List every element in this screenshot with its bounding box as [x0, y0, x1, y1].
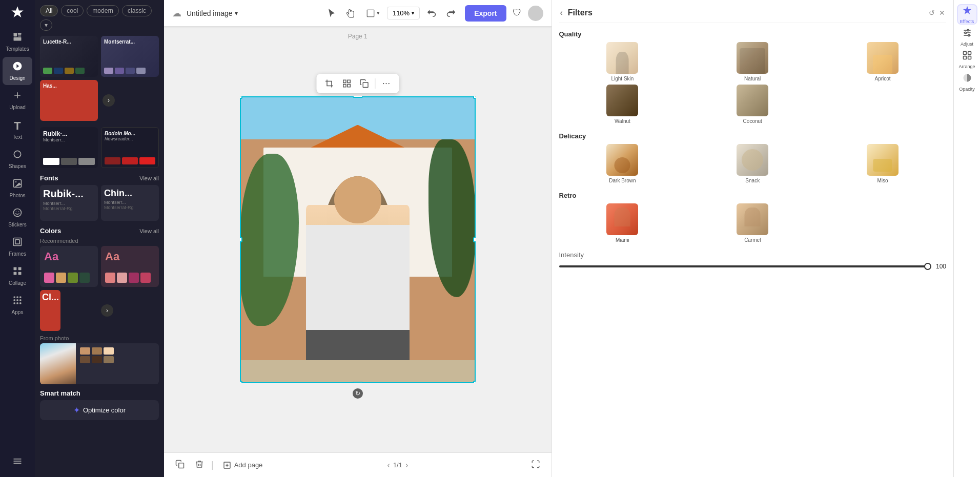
file-title[interactable]: Untitled image ▾	[187, 9, 238, 17]
sidebar-item-extra[interactable]	[3, 452, 32, 473]
intensity-slider[interactable]	[559, 265, 928, 267]
template-card-montserrat[interactable]: Montserrat...	[101, 36, 159, 77]
tag-classic[interactable]: classic	[122, 5, 152, 16]
divider: |	[211, 460, 214, 470]
toolbar-right: Export 🛡	[465, 5, 543, 22]
sidebar-item-shapes[interactable]: Shapes	[3, 145, 32, 173]
tag-all[interactable]: All	[40, 5, 58, 16]
photo-palette-card[interactable]	[40, 343, 159, 384]
opacity-btn[interactable]: Opacity	[957, 72, 977, 92]
next-page-btn[interactable]: ›	[405, 461, 408, 470]
svg-rect-12	[14, 267, 17, 271]
intensity-thumb[interactable]	[924, 263, 931, 270]
font-grid: Rubik-... Montserr... Montserrat-Rg Chin…	[40, 185, 159, 221]
handle-bc[interactable]	[353, 382, 363, 383]
export-btn[interactable]: Export	[465, 5, 506, 22]
filter-item-miso[interactable]: Miso	[819, 144, 946, 183]
frame-tool-btn[interactable]: ▾	[363, 6, 383, 21]
colors-view-all[interactable]: View all	[139, 228, 159, 234]
select-tool-btn[interactable]	[324, 6, 339, 21]
svg-rect-30	[348, 80, 350, 82]
filter-item-walnut[interactable]: Walnut	[559, 85, 686, 124]
svg-point-44	[968, 34, 969, 36]
photo-swatch	[92, 356, 102, 363]
design-icon	[12, 61, 23, 74]
svg-point-7	[14, 209, 22, 217]
app-logo[interactable]	[9, 4, 26, 20]
palette-nav-btn[interactable]: ›	[101, 304, 113, 317]
undo-btn[interactable]	[424, 6, 439, 21]
duplicate-page-btn[interactable]	[172, 457, 188, 474]
tag-more-btn[interactable]: ▾	[40, 19, 52, 31]
adjust-btn[interactable]: Adjust	[957, 27, 977, 47]
add-page-btn[interactable]: Add page	[218, 458, 268, 472]
template-card-bodoin[interactable]: Bodoin Mo... Newsreader...	[101, 127, 159, 168]
optimize-color-btn[interactable]: ✦ Optimize color	[40, 400, 159, 420]
handle-br[interactable]	[473, 381, 476, 383]
rotate-handle[interactable]: ↻	[353, 388, 363, 399]
sidebar-item-upload[interactable]: Upload	[3, 86, 32, 114]
sidebar-item-text[interactable]: T Text	[3, 115, 32, 144]
svg-point-4	[14, 151, 21, 157]
filters-reset-btn[interactable]: ↺	[928, 8, 936, 18]
palette-card-2[interactable]: Aa	[101, 246, 159, 287]
filter-label-light-skin: Light Skin	[611, 76, 634, 81]
sidebar-item-templates[interactable]: Templates	[3, 28, 32, 56]
sidebar-item-photos[interactable]: Photos	[3, 174, 32, 202]
hand-tool-btn[interactable]	[343, 6, 359, 21]
filter-item-snack[interactable]: Snack	[689, 144, 816, 183]
more-btn[interactable]	[379, 77, 393, 90]
user-avatar[interactable]	[528, 6, 543, 21]
font-card-rubik[interactable]: Rubik-... Montserr... Montserrat-Rg	[40, 185, 98, 221]
frames-icon	[12, 237, 23, 250]
filter-item-carmel[interactable]: Carmel	[689, 203, 816, 243]
intensity-row: 100	[559, 263, 947, 270]
arrange-icon	[962, 50, 972, 63]
sidebar-item-apps[interactable]: Apps	[3, 291, 32, 319]
grid-btn[interactable]	[340, 77, 353, 90]
template-card-has[interactable]: Has...	[40, 80, 98, 121]
palette-card-1[interactable]: Aa	[40, 246, 98, 287]
handle-ml[interactable]	[240, 237, 242, 242]
filter-item-miami[interactable]: Miami	[559, 203, 686, 243]
sidebar-item-frames[interactable]: Frames	[3, 233, 32, 261]
handle-tl[interactable]	[240, 96, 242, 99]
template-grid-nav[interactable]: ›	[103, 94, 115, 107]
svg-rect-17	[16, 297, 18, 298]
delete-page-btn[interactable]	[192, 457, 207, 474]
sidebar-item-collage[interactable]: Collage	[3, 262, 32, 290]
filter-item-coconut[interactable]: Coconut	[689, 85, 816, 124]
template-card-rubik[interactable]: Rubik-... Montserr...	[40, 127, 98, 168]
sidebar-item-stickers[interactable]: Stickers	[3, 203, 32, 232]
filter-item-natural[interactable]: Natural	[689, 42, 816, 81]
filters-back-btn[interactable]: ‹	[559, 7, 564, 18]
handle-tc[interactable]	[353, 96, 363, 98]
copy-btn[interactable]	[357, 77, 371, 90]
fonts-view-all[interactable]: View all	[139, 175, 159, 181]
svg-rect-3	[14, 37, 22, 41]
shield-btn[interactable]: 🛡	[511, 6, 524, 20]
prev-page-btn[interactable]: ‹	[387, 461, 390, 470]
handle-bl[interactable]	[240, 381, 242, 383]
crop-btn[interactable]	[322, 77, 336, 90]
fullscreen-btn[interactable]	[528, 457, 543, 474]
tag-modern[interactable]: modern	[87, 5, 119, 16]
tag-cool[interactable]: cool	[61, 5, 84, 16]
canvas-frame[interactable]: ↻	[240, 96, 476, 383]
colors-section-title: Colors	[40, 227, 61, 235]
font-card-chin[interactable]: Chin... Montserr... Montserrat-Rg	[101, 185, 159, 221]
palette-card-3[interactable]: Cl...	[40, 290, 60, 331]
filter-item-dark-brown[interactable]: Dark Brown	[559, 144, 686, 183]
arrange-btn[interactable]: Arrange	[957, 49, 977, 70]
effects-btn[interactable]: Effects	[957, 4, 977, 25]
filters-close-btn[interactable]: ✕	[938, 8, 946, 18]
photo-swatches	[76, 343, 118, 384]
redo-btn[interactable]	[443, 6, 459, 21]
filter-item-apricot[interactable]: Apricot	[819, 42, 946, 81]
template-card-lucette[interactable]: Lucette-R...	[40, 36, 98, 77]
sidebar-item-design[interactable]: Design	[3, 57, 32, 85]
filter-item-light-skin[interactable]: Light Skin	[559, 42, 686, 81]
zoom-display[interactable]: 110% ▾	[387, 7, 420, 19]
handle-tr[interactable]	[473, 96, 476, 99]
handle-mr[interactable]	[473, 237, 476, 242]
